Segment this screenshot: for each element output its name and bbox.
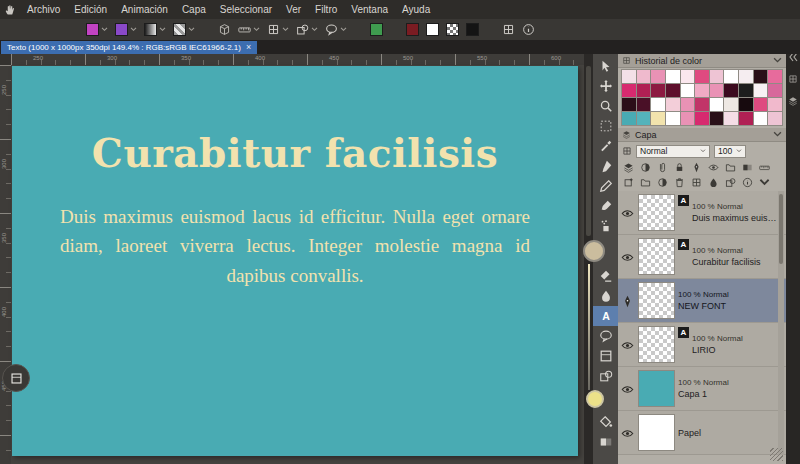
color-swatch[interactable] — [754, 112, 768, 125]
toolbar-item[interactable] — [200, 22, 213, 38]
layer-tool-button[interactable] — [622, 176, 634, 188]
color-swatch[interactable] — [666, 98, 680, 111]
color-swatch[interactable] — [710, 112, 724, 125]
layer-row[interactable]: A 100 % Normal Curabitur facilisis — [618, 235, 786, 279]
toolbar-item[interactable] — [388, 22, 401, 38]
tool-button[interactable] — [593, 116, 618, 136]
color-swatch[interactable] — [637, 98, 651, 111]
color-swatch[interactable] — [681, 112, 695, 125]
color-swatch[interactable] — [739, 70, 753, 83]
toolbar-item[interactable] — [113, 22, 139, 38]
toolbar-item[interactable] — [265, 22, 291, 38]
color-swatch[interactable] — [681, 98, 695, 111]
menu-item[interactable]: Filtro — [308, 0, 344, 19]
color-swatch[interactable] — [768, 84, 782, 97]
blend-mode-select[interactable]: Normal — [636, 145, 710, 158]
color-swatch[interactable] — [622, 70, 636, 83]
color-swatch[interactable] — [739, 98, 753, 111]
menu-item[interactable]: Archivo — [20, 0, 67, 19]
menu-item[interactable]: Ayuda — [395, 0, 437, 19]
layer-thumbnail[interactable] — [638, 194, 675, 231]
toolbar-item[interactable] — [142, 22, 168, 38]
toolbar-item[interactable] — [484, 22, 497, 38]
layer-row[interactable]: A 100 % Normal Duis maximus euismod lac.… — [618, 191, 786, 235]
layer-thumbnail[interactable] — [638, 326, 675, 363]
menu-item[interactable]: Seleccionar — [213, 0, 279, 19]
toolbar-item[interactable] — [520, 22, 537, 38]
layer-tool-button[interactable] — [656, 161, 668, 173]
color-swatch[interactable] — [768, 98, 782, 111]
color-swatch[interactable] — [637, 70, 651, 83]
tool-button[interactable] — [593, 156, 618, 176]
tool-button[interactable] — [593, 76, 618, 96]
layer-tool-button[interactable] — [622, 161, 634, 173]
panel-toggle-icon[interactable] — [788, 70, 798, 80]
layer-tool-button[interactable] — [639, 161, 651, 173]
panel-toggle-icon[interactable] — [788, 92, 798, 102]
color-swatch[interactable] — [754, 98, 768, 111]
color-swatch[interactable] — [710, 98, 724, 111]
layer-tool-button[interactable] — [707, 176, 719, 188]
layer-visibility-cell[interactable] — [620, 326, 635, 364]
toolbar-item[interactable] — [464, 22, 481, 38]
color-swatch[interactable] — [651, 84, 665, 97]
canvas[interactable]: Curabitur facilisis Duis maximus euismod… — [12, 66, 578, 456]
layer-tool-button[interactable] — [707, 161, 719, 173]
layer-thumbnail[interactable] — [638, 370, 675, 407]
layer-row[interactable]: Papel — [618, 411, 786, 455]
color-swatch[interactable] — [695, 84, 709, 97]
color-slider[interactable] — [588, 264, 590, 390]
layer-visibility-cell[interactable] — [620, 238, 635, 276]
tool-button[interactable] — [593, 266, 618, 286]
toolbar-item[interactable] — [236, 22, 262, 38]
toolbar-item[interactable] — [171, 22, 197, 38]
color-swatch[interactable] — [695, 70, 709, 83]
tool-button[interactable] — [593, 286, 618, 306]
app-logo-icon[interactable] — [0, 4, 20, 16]
toolbar-item[interactable] — [368, 22, 385, 38]
toolbar-item[interactable] — [444, 22, 461, 38]
layer-tool-button[interactable] — [690, 161, 702, 173]
color-swatch[interactable] — [710, 70, 724, 83]
color-swatch[interactable] — [651, 70, 665, 83]
color-swatch[interactable] — [666, 112, 680, 125]
layer-row[interactable]: 100 % Normal Capa 1 — [618, 367, 786, 411]
color-swatch[interactable] — [637, 112, 651, 125]
menu-item[interactable]: Animación — [114, 0, 175, 19]
color-swatch[interactable] — [768, 70, 782, 83]
color-swatch[interactable] — [754, 84, 768, 97]
tool-button[interactable] — [593, 432, 618, 452]
toolbar-item[interactable] — [294, 22, 320, 38]
menu-item[interactable]: Ver — [279, 0, 308, 19]
tab-close-icon[interactable]: × — [246, 43, 251, 52]
color-swatch[interactable] — [739, 84, 753, 97]
color-swatch[interactable] — [651, 98, 665, 111]
color-swatch[interactable] — [651, 112, 665, 125]
tool-button[interactable] — [593, 56, 618, 76]
scrollbar-thumb[interactable] — [779, 194, 783, 264]
toolbar-item[interactable] — [424, 22, 441, 38]
color-swatch[interactable] — [681, 70, 695, 83]
scrollbar-thumb[interactable] — [586, 66, 591, 236]
main-color-swatch[interactable] — [583, 240, 605, 262]
color-swatch[interactable] — [768, 112, 782, 125]
menu-item[interactable]: Ventana — [344, 0, 395, 19]
chevron-down-icon[interactable] — [773, 56, 782, 65]
opacity-field[interactable]: 100 — [714, 145, 746, 158]
layer-row[interactable]: A 100 % Normal LIRIO — [618, 323, 786, 367]
color-swatch[interactable] — [724, 98, 738, 111]
color-swatch[interactable] — [637, 84, 651, 97]
eye-icon[interactable] — [621, 383, 634, 396]
color-swatch[interactable] — [724, 70, 738, 83]
layer-thumbnail[interactable] — [638, 238, 675, 275]
eye-icon[interactable] — [621, 251, 634, 264]
eye-icon[interactable] — [621, 427, 634, 440]
toolbar-item[interactable] — [216, 22, 233, 38]
sub-color-swatch[interactable] — [586, 390, 604, 408]
tool-button[interactable] — [593, 412, 618, 432]
layer-tool-button[interactable] — [639, 176, 651, 188]
color-swatch[interactable] — [681, 84, 695, 97]
layer-tool-button[interactable] — [656, 176, 668, 188]
toolbar-item[interactable] — [500, 22, 517, 38]
color-swatch[interactable] — [695, 112, 709, 125]
